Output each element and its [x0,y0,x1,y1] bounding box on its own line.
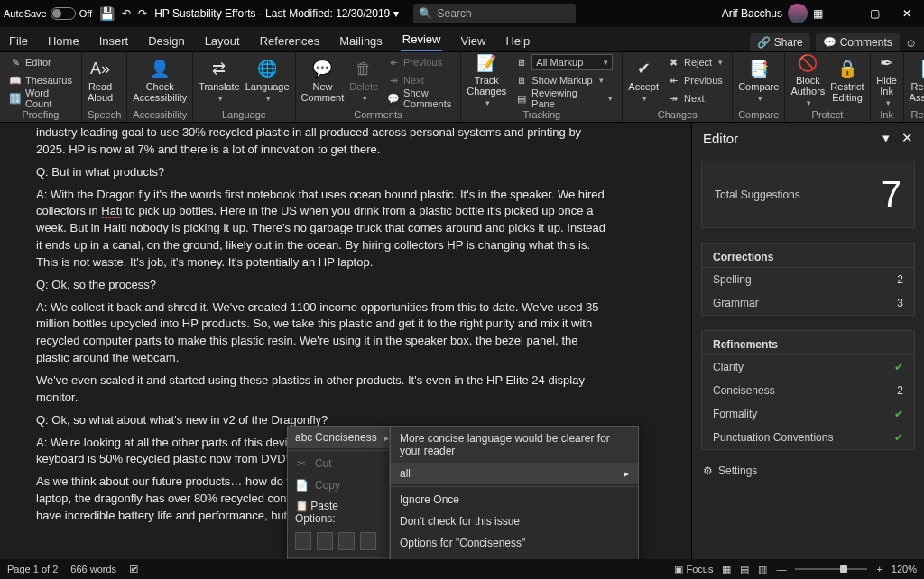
autosave-toggle[interactable] [51,7,76,20]
conciseness-submenu: More concise language would be clearer f… [390,426,639,559]
thesaurus-button[interactable]: 📖Thesaurus [5,72,76,88]
para[interactable]: A: With the Dragon fly it's the words fi… [36,187,614,271]
tab-help[interactable]: Help [504,31,531,51]
status-proof-icon[interactable]: 🗹 [129,564,139,574]
spelling-row[interactable]: Spelling2 [702,268,914,291]
focus-button[interactable]: ▣ Focus [674,564,713,575]
next-comment-button[interactable]: ↠Next [383,72,455,88]
para[interactable]: industry leading goal to use 30% recycle… [36,124,614,159]
tab-insert[interactable]: Insert [97,31,131,51]
editor-pane-title: Editor [703,131,738,146]
gear-icon: ⚙ [703,464,713,477]
delete-comment-button[interactable]: 🗑Delete [349,54,378,106]
para[interactable]: We've even scaled it and started using t… [36,372,614,407]
resume-assistant-button[interactable]: 📄Resume Assistant [910,54,924,106]
comments-button[interactable]: 💬 Comments [816,33,900,51]
undo-icon[interactable]: ↶ [122,7,131,20]
group-speech: Speech [88,109,121,122]
redo-icon[interactable]: ↷ [138,7,147,20]
markup-dropdown[interactable]: 🗎All Markup [512,54,616,70]
prev-comment-button[interactable]: ↞Previous [383,54,455,70]
close-button[interactable]: ✕ [893,0,920,27]
conciseness-row[interactable]: Conciseness2 [702,379,914,402]
group-ink: Ink [876,109,898,122]
document-area[interactable]: industry leading goal to use 30% recycle… [0,123,691,559]
maximize-button[interactable]: ▢ [861,0,888,27]
prev-change-button[interactable]: ↞Previous [664,72,726,88]
zoom-slider[interactable] [795,568,867,570]
save-icon[interactable]: 💾 [99,6,115,21]
wordcount-button[interactable]: 🔢Word Count [5,90,76,106]
paste-option-2[interactable] [317,532,333,550]
paste-option-4[interactable] [360,532,376,550]
translate-button[interactable]: ⇄Translate [199,54,239,106]
editor-button[interactable]: ✎Editor [5,54,76,70]
compare-button[interactable]: 📑Compare [738,54,779,106]
tab-design[interactable]: Design [146,31,186,51]
display-mode-icon[interactable]: ▦ [813,7,823,20]
reviewing-pane-button[interactable]: ▤Reviewing Pane [512,90,616,106]
submenu-seemore[interactable]: 🗎 See More [391,558,638,559]
formality-row[interactable]: Formality✔ [702,402,914,426]
para[interactable]: Q: Ok, so the process? [36,277,614,294]
reject-button[interactable]: ✖Reject [664,54,726,70]
submenu-dontcheck[interactable]: Don't check for this issue [391,510,638,532]
tab-home[interactable]: Home [46,31,81,51]
grammar-row[interactable]: Grammar3 [702,291,914,315]
context-menu: abcConciseness▸ ✂Cut 📄Copy 📋 Paste Optio… [287,426,390,559]
submenu-all[interactable]: all▸ [391,463,638,484]
tab-file[interactable]: File [7,31,30,51]
check-accessibility-button[interactable]: 👤Check Accessibility [133,54,187,106]
block-authors-button[interactable]: 🚫Block Authors [790,54,825,106]
doc-title[interactable]: HP Sustability Efforts - Last Modified: … [154,7,398,20]
view-web-icon[interactable]: ▥ [758,564,767,575]
hide-ink-button[interactable]: ✒Hide Ink [876,54,898,106]
read-aloud-button[interactable]: A»Read Aloud [88,54,113,106]
editor-settings[interactable]: ⚙ Settings [692,457,924,484]
next-change-button[interactable]: ↠Next [664,90,726,106]
accept-button[interactable]: ✔Accept [628,54,659,106]
track-changes-button[interactable]: 📝Track Changes [467,54,506,106]
zoom-level[interactable]: 120% [892,564,917,574]
editor-pane-dropdown-icon[interactable]: ▾ [882,130,890,145]
total-label: Total Suggestions [715,188,800,201]
status-page[interactable]: Page 1 of 2 [7,564,58,574]
face-icon[interactable]: ☺ [905,36,917,50]
avatar[interactable] [788,4,808,23]
show-comments-button[interactable]: 💬Show Comments [383,90,455,106]
show-markup-button[interactable]: 🗎Show Markup [512,72,616,88]
paste-option-3[interactable] [338,532,355,550]
language-button[interactable]: 🌐Language [245,54,290,106]
share-button[interactable]: 🔗 Share [750,33,810,51]
ctx-cut[interactable]: ✂Cut [288,453,389,474]
paste-option-1[interactable] [295,532,311,550]
tab-mailings[interactable]: Mailings [337,31,384,51]
ctx-paste-label: 📋 Paste Options: [288,496,389,528]
submenu-options[interactable]: Options for "Conciseness" [391,532,638,554]
para[interactable]: A: We collect it back and shred it. We'v… [36,299,614,367]
autosave-label: AutoSave [4,8,47,19]
search-box[interactable]: 🔍 Search [413,4,576,23]
tab-view[interactable]: View [458,31,487,51]
clarity-row[interactable]: Clarity✔ [702,355,914,379]
user-name: Arif Bacchus [722,7,782,20]
editor-pane-close-icon[interactable]: ✕ [901,130,913,145]
view-print-icon[interactable]: ▤ [740,564,749,575]
restrict-editing-button[interactable]: 🔒Restrict Editing [830,54,864,106]
punctuation-row[interactable]: Punctuation Conventions✔ [702,426,914,449]
minimize-button[interactable]: — [828,0,855,27]
tab-layout[interactable]: Layout [203,31,242,51]
ctx-conciseness[interactable]: abcConciseness▸ [288,427,389,448]
ctx-copy[interactable]: 📄Copy [288,474,389,496]
submenu-ignore[interactable]: Ignore Once [391,489,638,510]
tab-references[interactable]: References [258,31,321,51]
total-suggestions-card[interactable]: Total Suggestions 7 [701,161,915,228]
zoom-out-icon[interactable]: — [776,564,786,574]
para[interactable]: Q: But in what products? [36,164,614,181]
zoom-in-icon[interactable]: + [876,564,882,574]
status-words[interactable]: 666 words [70,564,116,574]
view-readmode-icon[interactable]: ▦ [722,564,731,575]
new-comment-button[interactable]: 💬New Comment [301,54,345,106]
submenu-header: More concise language would be clearer f… [391,427,638,463]
tab-review[interactable]: Review [401,29,443,51]
